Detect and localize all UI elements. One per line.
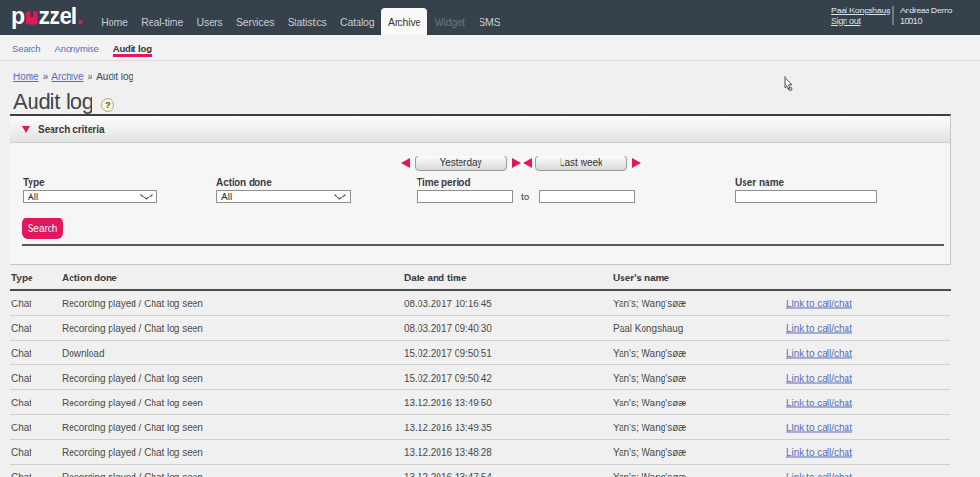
time-period-to-label: to <box>521 192 529 202</box>
cell-action-done: Download <box>62 348 104 359</box>
subnav-item-search[interactable]: Search <box>12 35 41 60</box>
top-navigation-bar: p zzel . Home Real-time Users Services S… <box>0 0 980 35</box>
link-to-call-chat[interactable]: Link to call/chat <box>786 348 852 359</box>
table-row: Chat Recording played / Chat log seen 13… <box>0 465 980 477</box>
cell-action-done: Recording played / Chat log seen <box>62 373 203 384</box>
table-row: Chat Recording played / Chat log seen 13… <box>0 415 980 440</box>
column-header-action-done: Action done <box>62 273 117 283</box>
search-criteria-header[interactable]: Search criteria <box>10 116 950 143</box>
cell-action-done: Recording played / Chat log seen <box>62 299 203 309</box>
search-criteria-title: Search criteria <box>38 124 105 135</box>
cell-date-and-time: 13.12.2016 13:47:54 <box>404 472 492 477</box>
cell-users-name: Yan's; Wang'søæ <box>613 348 686 359</box>
cell-date-and-time: 08.03.2017 09:40:30 <box>404 323 492 334</box>
collapse-triangle-icon <box>22 126 30 133</box>
audit-table-body: Chat Recording played / Chat log seen 08… <box>0 291 980 477</box>
user-name-label: User name <box>735 177 877 188</box>
nav-item-statistics[interactable]: Statistics <box>281 8 334 35</box>
action-done-select[interactable]: All <box>216 190 351 203</box>
logo-text-p: p <box>11 0 25 34</box>
search-criteria-panel: Search criteria Yesterday Last week Type… <box>10 114 951 265</box>
nav-item-archive[interactable]: Archive <box>381 8 428 35</box>
cell-type: Chat <box>11 348 31 359</box>
nav-item-sms[interactable]: SMS <box>472 8 507 35</box>
table-row: Chat Recording played / Chat log seen 08… <box>0 291 980 316</box>
user-name-input[interactable] <box>735 190 877 203</box>
nav-item-catalog[interactable]: Catalog <box>334 8 381 35</box>
breadcrumb-separator: » <box>88 72 93 82</box>
cell-action-done: Recording played / Chat log seen <box>62 472 203 477</box>
archive-subnav: Search Anonymise Audit log <box>0 35 980 61</box>
nav-item-users[interactable]: Users <box>190 8 229 35</box>
cell-date-and-time: 15.02.2017 09:50:42 <box>404 373 492 384</box>
nav-item-real-time[interactable]: Real-time <box>134 8 190 35</box>
table-row: Chat Recording played / Chat log seen 15… <box>0 365 980 390</box>
quick-date-nav: Yesterday Last week <box>401 155 641 171</box>
cell-type: Chat <box>11 398 31 408</box>
subnav-item-anonymise[interactable]: Anonymise <box>55 35 99 60</box>
cell-users-name: Yan's; Wang'søæ <box>613 472 686 477</box>
cell-date-and-time: 13.12.2016 13:49:50 <box>404 398 492 408</box>
column-header-users-name: User's name <box>613 273 669 283</box>
time-period-field: Time period to <box>417 177 635 203</box>
yesterday-prev-arrow-icon[interactable] <box>401 158 410 168</box>
nav-item-home[interactable]: Home <box>94 8 134 35</box>
type-select[interactable]: All <box>23 190 157 203</box>
cell-users-name: Yan's; Wang'søæ <box>613 299 686 309</box>
cell-action-done: Recording played / Chat log seen <box>62 323 203 334</box>
link-to-call-chat[interactable]: Link to call/chat <box>786 447 852 458</box>
logo-text-zzel: zzel <box>39 0 77 34</box>
table-header-row: Type Action done Date and time User's na… <box>0 268 980 289</box>
chevron-down-icon <box>140 194 153 200</box>
user-name-link[interactable]: Paal Kongshaug <box>831 6 890 15</box>
cell-users-name: Yan's; Wang'søæ <box>613 398 686 408</box>
help-icon[interactable]: ? <box>101 98 114 112</box>
breadcrumb-home-link[interactable]: Home <box>13 72 39 82</box>
link-to-call-chat[interactable]: Link to call/chat <box>786 398 852 408</box>
yesterday-next-arrow-icon[interactable] <box>512 158 521 168</box>
table-row: Chat Recording played / Chat log seen 13… <box>0 440 980 465</box>
type-label: Type <box>23 177 157 188</box>
time-period-from-input[interactable] <box>417 190 513 203</box>
link-to-call-chat[interactable]: Link to call/chat <box>786 472 852 477</box>
column-header-type: Type <box>11 273 33 283</box>
user-divider <box>892 6 894 25</box>
link-to-call-chat[interactable]: Link to call/chat <box>786 373 852 384</box>
search-button[interactable]: Search <box>22 218 63 238</box>
cell-type: Chat <box>11 373 31 384</box>
cell-users-name: Yan's; Wang'søæ <box>613 423 686 433</box>
yesterday-button[interactable]: Yesterday <box>415 156 507 171</box>
puzzle-piece-icon <box>26 11 38 25</box>
table-row: Chat Download 15.02.2017 09:50:51 Yan's;… <box>0 341 980 365</box>
cell-date-and-time: 08.03.2017 10:16:45 <box>404 299 492 309</box>
cell-action-done: Recording played / Chat log seen <box>62 447 203 458</box>
nav-item-widget[interactable]: Widget <box>427 8 471 35</box>
sign-out-link[interactable]: Sign out <box>831 16 861 26</box>
cell-type: Chat <box>11 472 31 477</box>
last-week-next-arrow-icon[interactable] <box>632 158 641 168</box>
table-row: Chat Recording played / Chat log seen 13… <box>0 390 980 415</box>
chevron-down-icon <box>334 194 346 200</box>
breadcrumb-archive-link[interactable]: Archive <box>51 72 83 82</box>
type-field: Type All <box>23 177 157 203</box>
time-period-label: Time period <box>417 177 635 188</box>
action-done-label: Action done <box>216 177 351 188</box>
link-to-call-chat[interactable]: Link to call/chat <box>786 423 852 433</box>
cell-users-name: Yan's; Wang'søæ <box>613 373 686 384</box>
link-to-call-chat[interactable]: Link to call/chat <box>786 299 852 309</box>
subnav-item-audit-log[interactable]: Audit log <box>113 35 152 60</box>
user-block: Paal Kongshaug Sign out <box>831 6 890 26</box>
audit-log-table: Type Action done Date and time User's na… <box>0 268 980 289</box>
last-week-button[interactable]: Last week <box>535 156 627 171</box>
main-nav: Home Real-time Users Services Statistics… <box>94 0 507 35</box>
last-week-prev-arrow-icon[interactable] <box>523 158 532 168</box>
breadcrumb-current: Audit log <box>96 72 133 82</box>
link-to-call-chat[interactable]: Link to call/chat <box>786 323 852 334</box>
account-id: 10010 <box>900 16 952 27</box>
time-period-to-input[interactable] <box>539 190 635 203</box>
puzzel-logo[interactable]: p zzel . <box>11 0 83 35</box>
column-header-date-and-time: Date and time <box>404 273 467 283</box>
action-done-field: Action done All <box>216 177 351 203</box>
type-select-value: All <box>28 192 38 202</box>
nav-item-services[interactable]: Services <box>230 8 281 35</box>
